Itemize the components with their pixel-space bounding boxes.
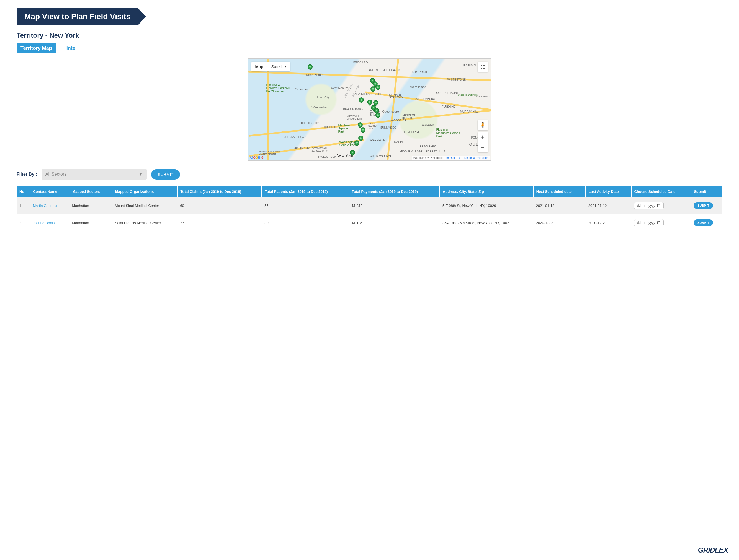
row-submit-button[interactable]: SUBMIT <box>694 219 713 226</box>
cell-payments: $1,186 <box>349 214 440 231</box>
calendar-icon <box>657 204 660 207</box>
column-header: Total Claims (Jan 2019 to Dec 2019) <box>177 186 262 197</box>
contact-link[interactable]: Joshua Donis <box>33 221 54 225</box>
column-header: Total Patients (Jan 2019 to Dec 2019) <box>262 186 349 197</box>
map-label-harlem: HARLEM <box>366 68 378 72</box>
contact-link[interactable]: Martin Goldman <box>33 204 58 208</box>
column-header: Address, City, State, Zip <box>440 186 533 197</box>
zoom-out-button[interactable]: − <box>478 142 488 152</box>
map-label-hunts: HUNTS POINT <box>409 71 428 74</box>
calendar-icon <box>657 221 660 225</box>
map-label-union-city: Union City <box>316 96 330 99</box>
map-pin[interactable] <box>366 99 373 106</box>
zoom-in-button[interactable]: + <box>478 132 488 142</box>
filter-label: Filter By : <box>17 172 37 177</box>
map-pin[interactable] <box>349 149 356 156</box>
row-submit-button[interactable]: SUBMIT <box>694 202 713 209</box>
cell-address: 354 East 76th Street, New York, NY, 1002… <box>440 214 533 231</box>
map-attribution: Map data ©2020 Google Terms of Use Repor… <box>412 156 490 160</box>
fullscreen-icon[interactable] <box>478 62 488 72</box>
map-label-secaucus: Secaucus <box>295 87 308 91</box>
map-pin[interactable] <box>306 63 313 70</box>
map-label-flushing: FLUSHING <box>442 105 456 108</box>
map-label-flushing-meadows: Flushing Meadows Corona Park <box>436 128 461 138</box>
map-label-bay-terrace: BAY TERRACE <box>476 95 491 98</box>
map-label-nj: NEW JERSEY <box>343 83 354 98</box>
terms-link[interactable]: Terms of Use <box>445 156 461 159</box>
cell-patients: 55 <box>262 197 349 214</box>
map-label-heights: THE HEIGHTS <box>301 122 319 125</box>
map-pin[interactable] <box>358 96 364 103</box>
map-copyright: Map data ©2020 Google <box>413 156 443 159</box>
column-header: Contact Name <box>30 186 69 197</box>
map-label-cliffside: Cliffside Park <box>350 60 368 64</box>
cell-claims: 60 <box>177 197 262 214</box>
banner-title: Map View to Plan Field Visits <box>24 12 130 21</box>
table-row: 2Joshua DonisManhattanSaint Francis Medi… <box>17 214 722 231</box>
cell-no: 2 <box>17 214 30 231</box>
map-label-paulus: PAULUS HOOK <box>318 156 336 158</box>
column-header: Next Scheduled date <box>533 186 586 197</box>
territory-map[interactable]: MANHATTAN QUEENS New York Cliffside Park… <box>248 58 491 161</box>
map-label-rikers: Rikers Island <box>409 85 426 88</box>
column-header: Last Activity Date <box>586 186 631 197</box>
report-error-link[interactable]: Report a map error <box>464 156 487 159</box>
column-header: Mapped Sectors <box>69 186 112 197</box>
cell-last: 2020-12-21 <box>586 214 631 231</box>
map-label-midtown: MIDTOWN MANHATTAN <box>347 115 366 120</box>
map-label-rego: REGO PARK <box>420 145 436 148</box>
map-label-middle-village: MIDDLE VILLAGE <box>400 150 423 153</box>
map-label-dekorte: Richard W DeKorte Park Will Be Closed on… <box>266 83 291 93</box>
filter-row: Filter By : All Sectors SUBMIT <box>17 169 722 180</box>
map-label-maspeth: MASPETH <box>394 141 408 144</box>
date-input[interactable]: dd-mm-yyyy <box>634 202 664 209</box>
cell-payments: $1,813 <box>349 197 440 214</box>
column-header: Choose Scheduled Date <box>631 186 691 197</box>
map-label-weehawken: Weehawken <box>312 106 328 109</box>
zoom-controls: + − <box>478 132 488 152</box>
page-banner: Map View to Plan Field Visits <box>17 8 138 25</box>
cell-address: 5 E 98th St, New York, NY, 10029 <box>440 197 533 214</box>
cell-orgs: Saint Francis Medical Center <box>112 214 177 231</box>
sector-select[interactable]: All Sectors <box>41 169 147 180</box>
cell-last: 2021-01-12 <box>586 197 631 214</box>
cell-claims: 27 <box>177 214 262 231</box>
contacts-table: NoContact NameMapped SectorsMapped Organ… <box>17 186 722 231</box>
cell-patients: 30 <box>262 214 349 231</box>
map-label-journal-sq: JOURNAL SQUARE <box>285 136 307 138</box>
cell-orgs: Mount Sinai Medical Center <box>112 197 177 214</box>
territory-heading: Territory - New York <box>17 31 722 39</box>
filter-submit-button[interactable]: SUBMIT <box>151 169 180 180</box>
map-label-hells: HELL'S KITCHEN <box>343 107 363 110</box>
cell-sectors: Manhattan <box>69 197 112 214</box>
map-label-downtown: DOWNTOWN JERSEY CITY <box>312 147 331 152</box>
cell-next: 2021-01-12 <box>533 197 586 214</box>
map-label-nys: NEW YORK <box>351 84 360 97</box>
map-type-map[interactable]: Map <box>252 62 268 71</box>
column-header: Mapped Organizations <box>112 186 177 197</box>
map-label-elmhurst: ELMHURST <box>404 131 420 134</box>
map-label-cross-is: Cross Island Pkwy <box>458 94 478 96</box>
map-type-switch: Map Satellite <box>252 62 290 71</box>
google-logo: Google <box>250 155 264 159</box>
pegman-icon[interactable]: 🧍 <box>478 120 488 130</box>
map-label-forest-hills: FOREST HILLS <box>426 150 445 153</box>
column-header: No <box>17 186 30 197</box>
map-label-corona: CORONA <box>422 124 434 127</box>
map-label-college-pt: COLLEGE POINT <box>436 91 459 95</box>
column-header: Submit <box>691 186 722 197</box>
cell-no: 1 <box>17 197 30 214</box>
cell-next: 2020-12-29 <box>533 214 586 231</box>
tab-territory-map[interactable]: Territory Map <box>17 43 56 53</box>
date-input[interactable]: dd-mm-yyyy <box>634 219 664 226</box>
tab-intel[interactable]: Intel <box>62 43 81 53</box>
table-row: 1Martin GoldmanManhattanMount Sinai Medi… <box>17 197 722 214</box>
map-label-sunnyside: SUNNYSIDE <box>381 126 397 129</box>
cell-sectors: Manhattan <box>69 214 112 231</box>
column-header: Total Payments (Jan 2019 to Dec 2019) <box>349 186 440 197</box>
map-type-satellite[interactable]: Satellite <box>268 62 290 71</box>
map-label-greenpoint: GREENPOINT <box>369 139 387 142</box>
view-tabs: Territory Map Intel <box>17 43 722 53</box>
map-label-west-ny: West New York <box>331 86 351 89</box>
